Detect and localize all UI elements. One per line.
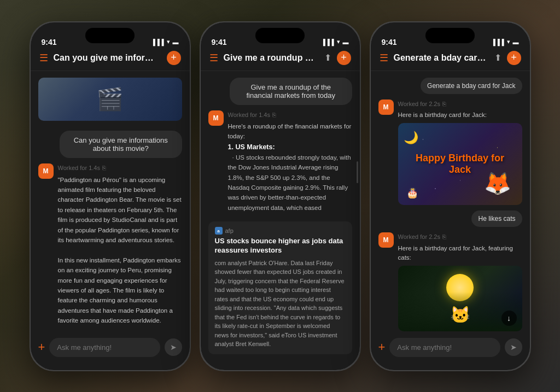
ai-message-3: M Worked for 2.2s ⎘ Here is a birthday c…: [378, 100, 522, 206]
ai-message-2: M Worked for 1.4s ⎘ Here's a roundup of …: [208, 110, 352, 213]
ai-message-4: M Worked for 2.2s ⎘ Here is a birthday c…: [378, 232, 522, 331]
wifi-icon-2: ▾: [337, 38, 340, 45]
copy-icon-4[interactable]: ⎘: [442, 232, 446, 242]
ai-meta-4: Worked for 2.2s ⎘: [398, 232, 522, 242]
ai-meta-3: Worked for 2.2s ⎘: [398, 100, 522, 109]
phone-3: 9:41 ▐▐▐ ▾ ▬ ☰ Generate a bday card for …: [370, 21, 531, 371]
dynamic-island-1: [85, 28, 135, 43]
chat-area-3[interactable]: Generate a bday card for Jack M Worked f…: [371, 71, 530, 332]
header-title-2: Give me a roundup of the fina...: [224, 53, 319, 63]
ai-text-1: "Paddington au Pérou" is an upcoming ani…: [58, 175, 182, 326]
user-message-4: He likes cats: [471, 210, 522, 227]
ai-avatar-1: M: [38, 163, 54, 179]
ai-meta-1: Worked for 1.4s ⎘: [58, 163, 182, 173]
ai-avatar-4: M: [378, 232, 394, 248]
news-headline: US stocks bounce higher as jobs data rea…: [215, 237, 346, 255]
header-title-1: Can you give me informatio...: [54, 53, 161, 63]
user-message-1: Can you give me informations about this …: [60, 131, 182, 158]
scrollbar-2: [357, 161, 358, 183]
cat-card-image: 🐱 ↓: [398, 266, 522, 331]
download-button[interactable]: ↓: [501, 311, 517, 326]
time-2: 9:41: [212, 38, 227, 46]
share-button-3[interactable]: ⬆: [494, 52, 501, 63]
ai-avatar-2: M: [208, 110, 224, 126]
ai-message-1: M Worked for 1.4s ⎘ "Paddington au Pérou…: [38, 163, 182, 325]
ai-text-3: Here is a birthday card for Jack:: [398, 110, 522, 120]
copy-icon[interactable]: ⎘: [102, 163, 106, 173]
news-source-logo: a: [215, 227, 223, 235]
battery-icon-3: ▬: [513, 39, 519, 45]
dynamic-island-3: [425, 28, 475, 43]
news-body: com analyst Patrick O'Hare. Data last Fr…: [215, 259, 346, 349]
bday-card-image: Happy Birthday forJack 🌙 🦊 🎂: [398, 123, 522, 205]
dynamic-island-2: [255, 28, 305, 43]
bullet-markets: · US stocks rebounded strongly today, wi…: [228, 154, 351, 211]
ai-bubble-4: Worked for 2.2s ⎘ Here is a birthday car…: [398, 232, 522, 331]
status-icons-2: ▐▐▐ ▾ ▬: [321, 38, 348, 45]
chat-area-1[interactable]: Can you give me informations about this …: [31, 71, 190, 332]
ai-avatar-3: M: [378, 100, 394, 115]
ai-text-4: Here is a birthday card for Jack, featur…: [398, 244, 522, 263]
copy-icon-2[interactable]: ⎘: [272, 110, 276, 120]
cat-figure: 🐱: [450, 302, 470, 327]
input-area-1: + ➤: [31, 332, 190, 370]
cake-decoration: 🎂: [406, 186, 418, 201]
time-1: 9:41: [42, 38, 57, 46]
signal-icon: ▐▐▐: [151, 39, 164, 45]
news-card-1: a afp US stocks bounce higher as jobs da…: [208, 221, 352, 354]
phone-1: 9:41 ▐▐▐ ▾ ▬ ☰ Can you give me informati…: [30, 21, 191, 371]
copy-icon-3[interactable]: ⎘: [442, 100, 446, 109]
chat-input-3[interactable]: [389, 338, 500, 357]
user-message-2: Give me a roundup of the financial marke…: [230, 78, 352, 105]
chat-input-1[interactable]: [49, 338, 160, 357]
status-icons-3: ▐▐▐ ▾ ▬: [491, 38, 518, 45]
attach-button-3[interactable]: +: [378, 340, 386, 354]
wifi-icon: ▾: [167, 38, 170, 45]
movie-image: [38, 78, 182, 121]
section-title-markets: 1. US Markets:: [228, 143, 275, 151]
signal-icon-2: ▐▐▐: [321, 39, 334, 45]
moon-decoration: 🌙: [404, 128, 418, 147]
input-area-3: + ➤: [371, 332, 530, 370]
scene: 9:41 ▐▐▐ ▾ ▬ ☰ Can you give me informati…: [0, 0, 560, 392]
header-title-3: Generate a bday card for jack: [394, 53, 489, 63]
user-message-3: Generate a bday card for Jack: [421, 78, 522, 94]
fox-decoration: 🦊: [484, 167, 511, 200]
share-button-2[interactable]: ⬆: [324, 52, 331, 63]
news-source: a afp: [215, 227, 346, 235]
status-icons-1: ▐▐▐ ▾ ▬: [151, 38, 178, 45]
phone-2: 9:41 ▐▐▐ ▾ ▬ ☰ Give me a roundup of the …: [200, 21, 361, 371]
chat-area-2[interactable]: Give me a roundup of the financial marke…: [201, 71, 360, 370]
movie-thumbnail: [38, 78, 182, 121]
send-button-3[interactable]: ➤: [505, 338, 522, 356]
ai-bubble-1: Worked for 1.4s ⎘ "Paddington au Pérou" …: [58, 163, 182, 325]
ai-meta-2: Worked for 1.4s ⎘: [228, 110, 352, 120]
signal-icon-3: ▐▐▐: [491, 39, 504, 45]
time-3: 9:41: [382, 38, 397, 46]
send-button-1[interactable]: ➤: [165, 338, 182, 356]
attach-button-1[interactable]: +: [38, 340, 45, 354]
wifi-icon-3: ▾: [507, 38, 510, 45]
ai-bubble-3: Worked for 2.2s ⎘ Here is a birthday car…: [398, 100, 522, 206]
ai-text-2: Here's a roundup of the financial market…: [228, 121, 352, 213]
ai-bubble-2: Worked for 1.4s ⎘ Here's a roundup of th…: [228, 110, 352, 213]
user-cats-wrapper: He likes cats: [378, 210, 522, 227]
battery-icon-2: ▬: [343, 39, 349, 45]
battery-icon: ▬: [173, 39, 179, 45]
